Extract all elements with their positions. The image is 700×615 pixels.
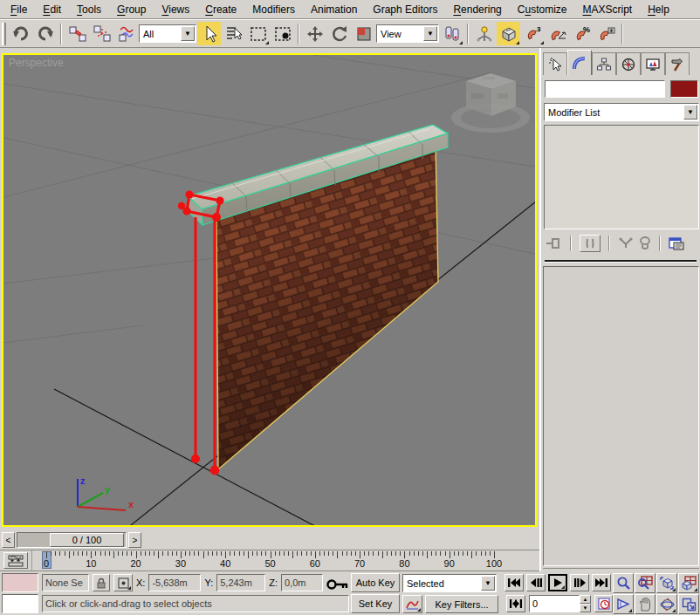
dropdown-arrow-icon[interactable]: ▼ xyxy=(181,26,195,41)
select-and-link-button[interactable] xyxy=(65,22,89,45)
tab-create[interactable] xyxy=(543,52,567,75)
window-crossing-button[interactable] xyxy=(271,22,294,45)
object-name-field[interactable] xyxy=(545,80,665,98)
dropdown-arrow-icon[interactable]: ▼ xyxy=(481,576,495,591)
time-slider-thumb[interactable]: 0 / 100 xyxy=(50,533,124,547)
rollout-area[interactable] xyxy=(543,266,699,566)
make-unique-icon[interactable] xyxy=(618,236,634,250)
time-slider-track[interactable]: 0 / 100 xyxy=(17,532,127,548)
bind-to-spacewarp-button[interactable] xyxy=(114,22,138,45)
menu-modifiers[interactable]: Modifiers xyxy=(245,2,302,17)
key-filters-button[interactable]: Key Filters... xyxy=(425,595,498,613)
field-of-view-button[interactable] xyxy=(613,594,634,614)
maxscript-mini-listener-pink[interactable] xyxy=(2,573,38,592)
remove-modifier-icon[interactable] xyxy=(639,236,651,250)
tab-utilities[interactable] xyxy=(665,52,690,75)
menu-help[interactable]: Help xyxy=(641,2,676,17)
percent-snap-button[interactable]: % xyxy=(570,22,594,45)
modifier-list-dropdown[interactable]: Modifier List ▼ xyxy=(544,103,699,121)
time-configuration-button[interactable] xyxy=(594,595,613,612)
select-scale-button[interactable] xyxy=(352,22,375,45)
zoom-extents-button[interactable] xyxy=(656,573,677,593)
tab-hierarchy[interactable] xyxy=(592,52,616,75)
menu-group[interactable]: Group xyxy=(110,2,153,17)
undo-button[interactable] xyxy=(9,22,32,45)
select-object-button[interactable] xyxy=(197,22,221,45)
toolbar-grip[interactable] xyxy=(2,23,6,45)
maximize-viewport-button[interactable] xyxy=(678,594,699,614)
menu-file[interactable]: File xyxy=(3,2,34,17)
snaps-toggle-button[interactable] xyxy=(497,22,520,45)
select-move-button[interactable] xyxy=(303,22,326,45)
go-to-start-button[interactable] xyxy=(504,574,524,591)
frame-ruler[interactable]: 0102030405060708090100 xyxy=(31,550,536,571)
ruler-tick xyxy=(440,551,441,556)
play-button[interactable] xyxy=(548,574,567,591)
menu-edit[interactable]: Edit xyxy=(36,2,68,17)
selection-filter-dropdown[interactable]: All ▼ xyxy=(139,24,196,43)
set-key-button[interactable]: Set Key xyxy=(351,594,400,613)
tab-modify[interactable] xyxy=(567,50,592,75)
perspective-viewport[interactable]: z y x Perspective xyxy=(2,53,537,527)
default-tangents-button[interactable] xyxy=(402,595,422,613)
ruler-tick xyxy=(216,551,217,556)
menu-graph-editors[interactable]: Graph Editors xyxy=(366,2,444,17)
selection-lock-button[interactable] xyxy=(93,574,110,591)
previous-frame-arrow-button[interactable]: < xyxy=(2,532,15,548)
viewport-label[interactable]: Perspective xyxy=(9,57,64,69)
ruler-tick xyxy=(414,551,415,556)
mini-curve-editor-button[interactable] xyxy=(3,552,28,569)
key-mode-toggle-button[interactable] xyxy=(506,595,525,612)
key-mode-dropdown[interactable]: Selected ▼ xyxy=(402,574,497,592)
next-frame-button[interactable] xyxy=(570,574,589,591)
pin-stack-icon[interactable] xyxy=(545,236,562,250)
menu-customize[interactable]: Customize xyxy=(511,2,574,17)
dropdown-arrow-icon[interactable]: ▼ xyxy=(683,105,697,120)
show-end-result-button[interactable] xyxy=(580,235,600,252)
object-color-swatch[interactable] xyxy=(670,80,698,98)
select-manipulate-button[interactable] xyxy=(472,22,496,45)
spinner-snap-button[interactable] xyxy=(594,22,618,45)
frame-spinner[interactable]: ▲ ▼ xyxy=(580,595,591,612)
angle-snap-button[interactable] xyxy=(546,22,569,45)
menu-create[interactable]: Create xyxy=(198,2,244,17)
zoom-all-button[interactable] xyxy=(635,573,655,593)
ruler-tick xyxy=(239,551,240,556)
menu-views[interactable]: Views xyxy=(154,2,196,17)
unlink-selection-button[interactable] xyxy=(90,22,113,45)
next-frame-arrow-button[interactable]: > xyxy=(128,532,141,548)
maxscript-mini-listener-white[interactable] xyxy=(2,594,38,613)
configure-modifier-sets-icon[interactable] xyxy=(669,236,684,250)
pan-button[interactable] xyxy=(635,594,655,614)
spline-shape[interactable] xyxy=(187,195,220,470)
scene-canvas[interactable]: z y x xyxy=(3,55,535,525)
menu-tools[interactable]: Tools xyxy=(70,2,108,17)
selection-region-button[interactable] xyxy=(246,22,270,45)
use-pivot-center-button[interactable] xyxy=(440,22,463,45)
spinner-up-icon[interactable]: ▲ xyxy=(580,595,591,604)
menu-animation[interactable]: Animation xyxy=(304,2,364,17)
current-frame-field[interactable]: 0 xyxy=(529,595,580,612)
absolute-mode-button[interactable] xyxy=(113,574,133,591)
select-rotate-button[interactable] xyxy=(327,22,351,45)
menu-rendering[interactable]: Rendering xyxy=(446,2,508,17)
z-coordinate-field[interactable]: 0,0m xyxy=(281,574,323,591)
zoom-extents-all-button[interactable] xyxy=(678,573,699,593)
y-coordinate-field[interactable]: 5,243m xyxy=(216,574,265,591)
spinner-down-icon[interactable]: ▼ xyxy=(580,604,591,612)
snap-3d-button[interactable]: 3 xyxy=(521,22,545,45)
go-to-end-button[interactable] xyxy=(592,574,611,591)
redo-button[interactable] xyxy=(33,22,57,45)
auto-key-button[interactable]: Auto Key xyxy=(351,573,400,592)
dropdown-arrow-icon[interactable]: ▼ xyxy=(423,26,437,41)
modifier-stack-list[interactable] xyxy=(544,125,699,229)
previous-frame-button[interactable] xyxy=(526,574,546,591)
zoom-button[interactable] xyxy=(613,573,634,593)
select-by-name-button[interactable] xyxy=(222,22,245,45)
tab-display[interactable] xyxy=(641,52,665,75)
x-coordinate-field[interactable]: -5,638m xyxy=(148,574,201,591)
tab-motion[interactable] xyxy=(616,52,641,75)
arc-rotate-button[interactable] xyxy=(656,594,677,614)
coordinate-system-dropdown[interactable]: View ▼ xyxy=(376,24,439,43)
menu-maxscript[interactable]: MAXScript xyxy=(576,2,640,17)
